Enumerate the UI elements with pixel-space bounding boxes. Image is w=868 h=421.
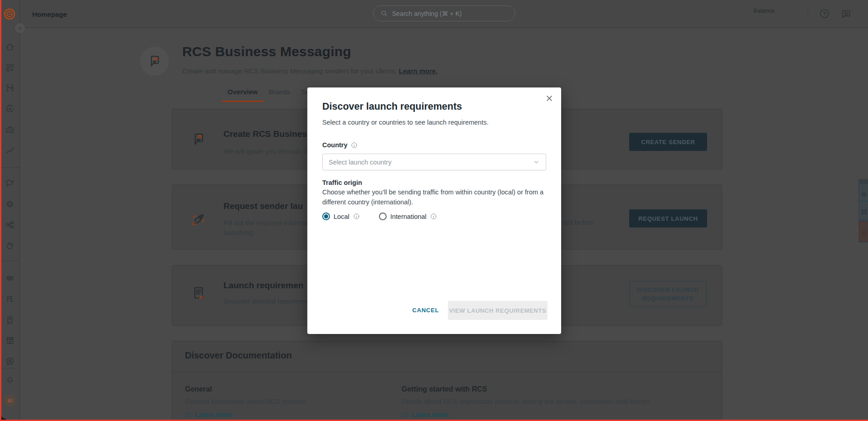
sidebar-item-notifications[interactable] (5, 375, 15, 385)
radio-local[interactable]: Local (322, 213, 379, 220)
support-chat-icon (5, 356, 15, 366)
doc-general-title: General (185, 385, 212, 393)
documentation-section: Discover Documentation General General i… (172, 341, 722, 421)
sidebar-item-developer-tools[interactable]: </> (5, 125, 15, 135)
discover-launch-requirements-dialog: Discover launch requirements Select a co… (307, 87, 561, 334)
create-sender-button[interactable]: CREATE SENDER (629, 133, 707, 151)
international-info-icon[interactable] (430, 213, 437, 220)
infobip-logo[interactable] (3, 8, 16, 20)
document-list-icon (190, 285, 207, 301)
view-launch-requirements-button[interactable]: VIEW LAUNCH REQUIREMENTS (448, 301, 548, 320)
search-input[interactable]: Search anything (⌘ + K) (373, 5, 515, 21)
doc-getting-started-learn-more-label: Learn more (412, 411, 449, 418)
launch-requirements-card-title: Launch requiremen (223, 281, 303, 290)
sidebar-item-scheduler[interactable] (5, 241, 15, 251)
home-icon (5, 42, 15, 52)
book-icon (5, 315, 15, 325)
edge-sender-preview-button[interactable] (859, 201, 868, 220)
sidebar-item-docs[interactable] (5, 315, 15, 325)
create-sender-icon (190, 131, 207, 149)
country-select-placeholder: Select launch country (329, 159, 392, 166)
sidebar-item-apps[interactable] (5, 63, 15, 73)
breadcrumb: Homepage (32, 10, 67, 18)
country-label: Country (322, 141, 358, 149)
create-sender-card-body: We will guide you through th (223, 146, 309, 156)
sidebar-expand-button[interactable]: » (15, 24, 24, 33)
country-info-icon[interactable] (351, 142, 358, 149)
sidebar-item-numbers[interactable]: *# (5, 83, 15, 93)
help-icon: ? (819, 8, 830, 19)
sidebar-item-analytics[interactable] (5, 145, 15, 155)
message-send-icon (5, 178, 15, 188)
documentation-divider (172, 372, 722, 373)
tab-brands[interactable]: Brands (263, 88, 296, 102)
alarm-bell-icon (860, 229, 868, 237)
local-info-icon[interactable] (353, 213, 360, 220)
page-subtitle-text: Create and manage RCS Business Messaging… (182, 67, 397, 75)
edge-alerts-button[interactable] (859, 222, 868, 241)
radio-local-label: Local (334, 213, 349, 220)
time-sparkle-icon (5, 241, 15, 251)
sidebar-item-marketplace[interactable] (5, 335, 15, 345)
balance-menu[interactable]: Balance (753, 7, 775, 14)
sidebar-item-people[interactable] (5, 273, 15, 283)
rocket-icon (190, 211, 207, 227)
country-select[interactable]: Select launch country (322, 154, 546, 170)
analytics-icon (5, 145, 15, 155)
people-icon (5, 273, 15, 283)
dialog-subtitle: Select a country or countries to see lau… (322, 119, 489, 126)
doc-getting-started-description: Details about RCS registration process, … (402, 397, 650, 405)
topbar-divider (808, 9, 808, 19)
request-launch-button[interactable]: REQUEST LAUNCH (629, 209, 707, 227)
sidebar-item-moments[interactable] (5, 104, 15, 114)
flow-icon (5, 220, 15, 230)
cancel-button[interactable]: CANCEL (406, 304, 445, 316)
chevron-down-icon (533, 159, 540, 165)
screen: *# </> AI (0, 0, 868, 421)
sidebar: *# </> AI (0, 0, 20, 421)
doc-general-learn-more-label: Learn more (195, 411, 232, 418)
doc-getting-started-learn-more-link[interactable]: Learn more (402, 411, 449, 418)
close-button[interactable] (544, 94, 554, 104)
svg-text:?: ? (823, 11, 826, 16)
apps-add-icon (5, 63, 15, 73)
help-button[interactable]: ? (819, 8, 830, 19)
discover-launch-requirements-button[interactable]: DISCOVER LAUNCH REQUIREMENTS (629, 281, 707, 307)
screen-share-border-left (0, 0, 1, 421)
learn-more-link[interactable]: Learn more. (399, 67, 438, 75)
sidebar-item-ai[interactable]: AI (5, 199, 15, 209)
request-launch-body-line2: launching. (223, 228, 254, 236)
storefront-icon (5, 335, 15, 345)
sidebar-item-support[interactable] (5, 356, 15, 366)
documentation-heading: Discover Documentation (185, 350, 292, 361)
sidebar-divider (0, 368, 20, 368)
radio-international-control[interactable] (379, 213, 387, 220)
rcs-document-icon (147, 53, 162, 69)
radio-local-control[interactable] (322, 213, 330, 220)
request-launch-icon (190, 211, 207, 229)
doc-general-learn-more-link[interactable]: Learn more (185, 411, 232, 418)
sidebar-item-flows[interactable] (5, 220, 15, 230)
bell-icon (5, 375, 15, 385)
topbar: Homepage Search anything (⌘ + K) Balance… (20, 0, 868, 28)
feedback-button[interactable] (840, 8, 852, 19)
launch-requirements-card-body: Discover detailed requireme (223, 296, 308, 306)
sidebar-item-channels[interactable] (5, 178, 15, 188)
request-launch-body-fragment: ted before (563, 218, 594, 226)
edge-settings-button[interactable] (859, 184, 868, 201)
search-icon (380, 10, 388, 17)
close-icon (545, 94, 554, 103)
ai-assistant-avatar[interactable]: AI (4, 394, 16, 407)
tab-overview[interactable]: Overview (222, 88, 263, 102)
svg-text:</>: </> (8, 129, 12, 131)
launch-requirements-icon (190, 285, 207, 303)
message-doc-icon (860, 208, 868, 216)
sidebar-item-home[interactable] (5, 42, 15, 52)
external-link-icon (185, 411, 192, 418)
sidebar-item-exchange[interactable] (5, 294, 15, 304)
request-launch-card-title: Request sender lau (223, 201, 303, 211)
create-sender-card-title: Create RCS Busines (223, 129, 307, 139)
page-subtitle: Create and manage RCS Business Messaging… (182, 67, 438, 75)
radio-international[interactable]: International (379, 213, 437, 220)
svg-text:*#: *# (8, 86, 12, 90)
